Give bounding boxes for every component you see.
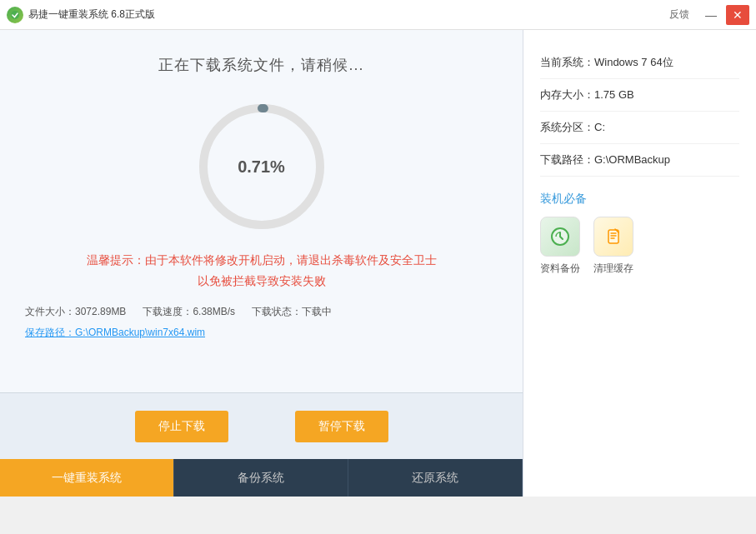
minimize-button[interactable]: — bbox=[699, 5, 723, 25]
tab-restore[interactable]: 还原系统 bbox=[348, 459, 523, 497]
left-content-wrapper: 正在下载系统文件，请稍候... 0.71% 温馨提示：由于 bbox=[0, 30, 523, 497]
title-bar-left: 易捷一键重装系统 6.8正式版 bbox=[7, 7, 155, 23]
pause-download-button[interactable]: 暂停下载 bbox=[295, 411, 388, 442]
system-partition: 系统分区：C: bbox=[540, 112, 739, 144]
progress-circle: 0.71% bbox=[195, 100, 328, 233]
feedback-button[interactable]: 反馈 bbox=[663, 6, 696, 23]
warning-line1: 温馨提示：由于本软件将修改开机启动，请退出杀毒软件及安全卫士 bbox=[87, 250, 437, 271]
buttons-area: 停止下载 暂停下载 bbox=[0, 392, 523, 459]
main-container: 正在下载系统文件，请稍候... 0.71% 温馨提示：由于 bbox=[0, 30, 756, 497]
essentials-title: 装机必备 bbox=[540, 192, 739, 207]
download-speed: 下载速度：6.38MB/s bbox=[143, 305, 235, 319]
title-bar-right: 反馈 — ✕ bbox=[663, 5, 749, 25]
current-system: 当前系统：Windows 7 64位 bbox=[540, 47, 739, 79]
warning-line2: 以免被拦截导致安装失败 bbox=[87, 271, 437, 292]
backup-item[interactable]: 资料备份 bbox=[540, 217, 580, 276]
clean-item[interactable]: 清理缓存 bbox=[593, 217, 633, 276]
progress-percent: 0.71% bbox=[238, 157, 285, 177]
tab-bar: 一键重装系统 备份系统 还原系统 bbox=[0, 459, 523, 497]
download-status: 下载状态：下载中 bbox=[252, 305, 332, 319]
close-button[interactable]: ✕ bbox=[726, 5, 749, 25]
downloading-title: 正在下载系统文件，请稍候... bbox=[158, 55, 363, 75]
backup-label: 资料备份 bbox=[540, 262, 580, 276]
tab-reinstall[interactable]: 一键重装系统 bbox=[0, 459, 174, 497]
warning-text: 温馨提示：由于本软件将修改开机启动，请退出杀毒软件及安全卫士 以免被拦截导致安装… bbox=[87, 250, 437, 292]
save-path[interactable]: 保存路径：G:\ORMBackup\win7x64.wim bbox=[17, 326, 506, 340]
backup-icon bbox=[540, 217, 580, 257]
left-panel: 正在下载系统文件，请稍候... 0.71% 温馨提示：由于 bbox=[0, 30, 523, 392]
app-logo bbox=[7, 7, 23, 23]
memory-size: 内存大小：1.75 GB bbox=[540, 79, 739, 112]
app-title: 易捷一键重装系统 6.8正式版 bbox=[28, 7, 155, 22]
svg-rect-4 bbox=[608, 230, 618, 243]
download-path: 下载路径：G:\ORMBackup bbox=[540, 144, 739, 177]
clean-icon bbox=[593, 217, 633, 257]
right-panel: 当前系统：Windows 7 64位 内存大小：1.75 GB 系统分区：C: … bbox=[523, 30, 756, 497]
tab-backup[interactable]: 备份系统 bbox=[174, 459, 348, 497]
file-size: 文件大小：3072.89MB bbox=[25, 305, 126, 319]
essentials-title-text: 装机必备 bbox=[540, 192, 587, 205]
title-bar: 易捷一键重装系统 6.8正式版 反馈 — ✕ bbox=[0, 0, 756, 30]
essentials-grid: 资料备份 清理缓存 bbox=[540, 217, 739, 276]
clean-label: 清理缓存 bbox=[593, 262, 633, 276]
file-info: 文件大小：3072.89MB 下载速度：6.38MB/s 下载状态：下载中 bbox=[17, 305, 506, 319]
stop-download-button[interactable]: 停止下载 bbox=[135, 411, 228, 442]
